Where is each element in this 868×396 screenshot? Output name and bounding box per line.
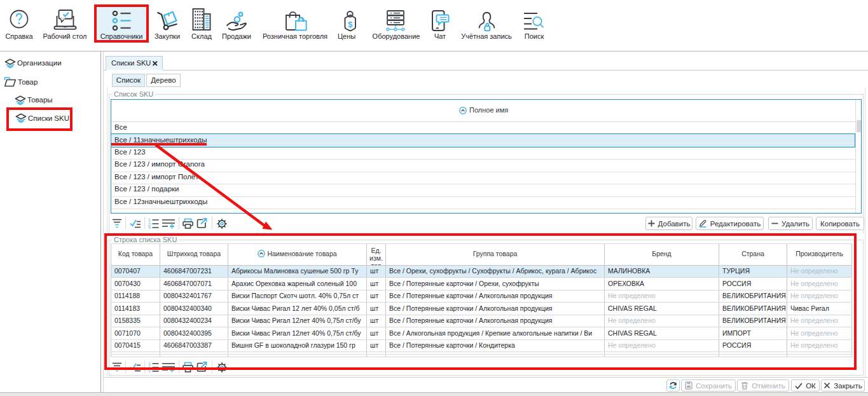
svg-text:3: 3 (148, 370, 151, 372)
svg-text:$: $ (348, 20, 353, 29)
